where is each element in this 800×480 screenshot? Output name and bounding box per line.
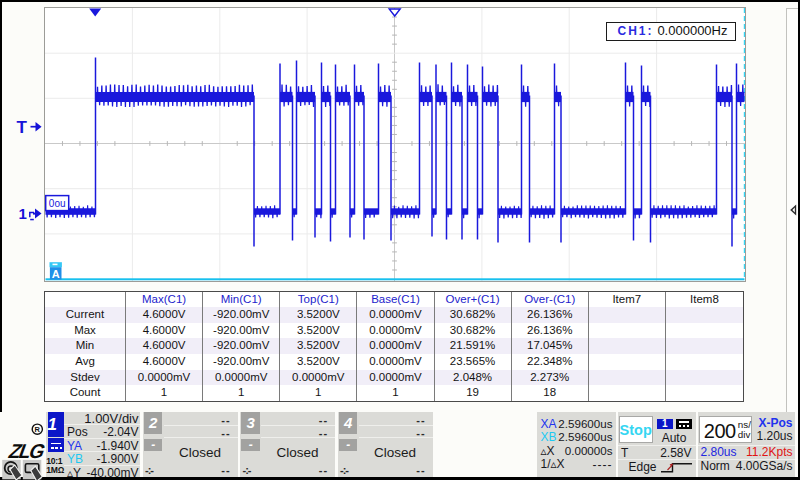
svg-text:0ou: 0ou	[48, 197, 65, 208]
svg-text:T: T	[17, 118, 28, 137]
svg-text:A: A	[51, 267, 59, 279]
svg-text:ZLG: ZLG	[6, 440, 46, 462]
svg-text:R: R	[35, 425, 41, 434]
svg-text:1: 1	[19, 205, 27, 222]
